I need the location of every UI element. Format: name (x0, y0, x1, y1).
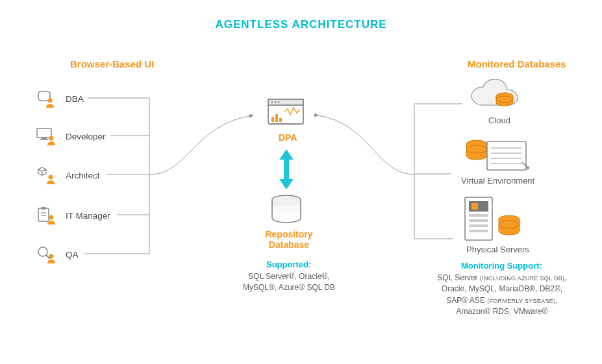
monitoring-support-heading: Monitoring Support: (461, 261, 542, 271)
right-heading: Monitored Databases (468, 58, 566, 69)
cloud-label: Cloud (488, 115, 510, 125)
repo-label: Repository Database (263, 229, 315, 250)
monitoring-support-text: SQL Server (INCLUDING AZURE SQL DB), Ora… (421, 273, 583, 318)
cloud-icon (469, 79, 526, 117)
virtual-env-label: Virtual Environment (461, 176, 534, 186)
architecture-diagram: Browser-Based UI DBA Developer (0, 0, 602, 364)
svg-point-18 (275, 101, 277, 103)
dpa-icon (266, 97, 305, 132)
svg-rect-39 (469, 230, 488, 232)
svg-rect-28 (487, 141, 526, 170)
supported-heading: Supported: (266, 260, 311, 269)
physical-servers-label: Physical Servers (466, 245, 529, 254)
repository-db-icon (270, 195, 303, 227)
svg-rect-21 (275, 114, 278, 122)
svg-rect-38 (469, 224, 488, 227)
svg-rect-37 (469, 219, 488, 222)
physical-servers-icon (462, 195, 527, 245)
dpa-label: DPA (279, 132, 297, 143)
svg-point-19 (278, 101, 280, 103)
svg-rect-36 (469, 214, 488, 217)
svg-rect-22 (279, 118, 282, 122)
supported-text: SQL Server®, Oracle®, MySQL®, Azure® SQL… (240, 271, 338, 294)
svg-rect-16 (268, 99, 303, 105)
svg-rect-20 (271, 117, 274, 122)
svg-rect-35 (471, 203, 478, 210)
svg-point-17 (271, 101, 273, 103)
bidirectional-arrow-icon (278, 149, 295, 192)
virtual-env-icon (461, 134, 533, 178)
